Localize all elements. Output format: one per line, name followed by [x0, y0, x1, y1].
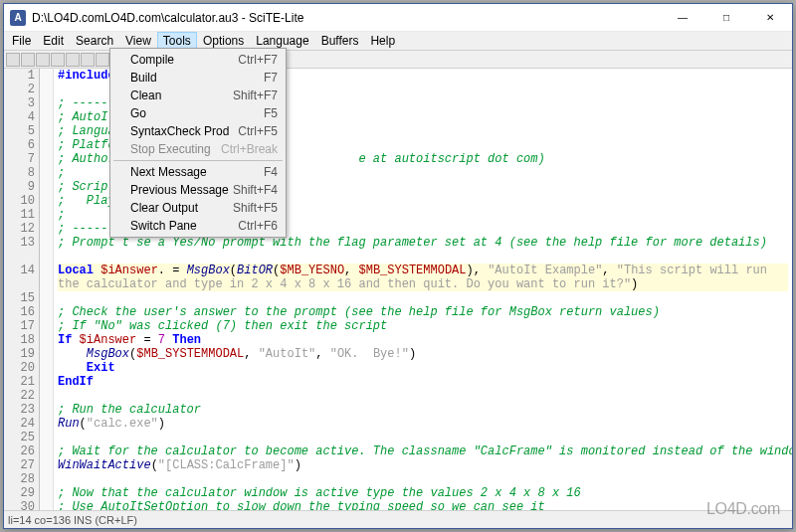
code-line[interactable]: ; Check the user's answer to the prompt …	[58, 305, 788, 319]
menu-item-clean[interactable]: CleanShift+F7	[112, 87, 284, 104]
line-number: 16	[4, 305, 35, 319]
menu-item-stop-executing: Stop ExecutingCtrl+Break	[112, 140, 284, 158]
toolbar-button[interactable]	[81, 53, 95, 67]
menu-separator	[113, 160, 283, 161]
titlebar: A D:\LO4D.comLO4D.com\calculator.au3 - S…	[4, 4, 792, 32]
menu-item-shortcut: Ctrl+F6	[238, 219, 278, 233]
line-number-continuation	[4, 277, 35, 291]
line-number: 6	[4, 138, 35, 152]
code-line[interactable]: ; Now that the calculator window is acti…	[58, 486, 788, 500]
menu-item-shortcut: Ctrl+F5	[238, 124, 278, 138]
code-line[interactable]: ; Prompt t se a Yes/No prompt with the f…	[58, 236, 788, 264]
toolbar-button[interactable]	[66, 53, 80, 67]
menu-item-label: Build	[130, 71, 264, 85]
status-text: li=14 co=136 INS (CR+LF)	[8, 514, 137, 526]
line-number: 8	[4, 166, 35, 180]
menu-item-build[interactable]: BuildF7	[112, 69, 284, 87]
line-number: 25	[4, 431, 35, 444]
menu-item-label: Switch Pane	[130, 219, 238, 233]
tools-menu-dropdown: CompileCtrl+F7BuildF7CleanShift+F7GoF5Sy…	[109, 48, 287, 238]
menu-item-compile[interactable]: CompileCtrl+F7	[112, 51, 284, 69]
watermark: LO4D.com	[706, 500, 780, 518]
menu-item-shortcut: Shift+F4	[233, 183, 278, 197]
line-number: 27	[4, 458, 35, 472]
line-number: 10	[4, 194, 35, 208]
toolbar-button[interactable]	[21, 53, 35, 67]
menu-item-buffers[interactable]: Buffers	[315, 32, 365, 50]
line-number: 23	[4, 403, 35, 417]
menu-item-shortcut: Shift+F7	[233, 89, 278, 102]
line-number: 21	[4, 375, 35, 389]
code-line[interactable]	[58, 389, 788, 403]
menu-item-shortcut: F4	[264, 165, 278, 179]
toolbar-button[interactable]	[36, 53, 50, 67]
menu-item-label: Previous Message	[130, 183, 233, 197]
close-button[interactable]: ✕	[748, 4, 792, 32]
line-number: 30	[4, 500, 35, 510]
line-number: 13	[4, 236, 35, 250]
menu-item-shortcut: F5	[264, 106, 278, 120]
menu-item-switch-pane[interactable]: Switch PaneCtrl+F6	[112, 217, 284, 235]
app-icon: A	[10, 10, 26, 26]
code-line[interactable]: WinWaitActive("[CLASS:CalcFrame]")	[58, 458, 788, 472]
line-number: 29	[4, 486, 35, 500]
line-number: 1	[4, 69, 35, 83]
code-line[interactable]: Local $iAnswer. = MsgBox(BitOR($MB_YESNO…	[58, 264, 788, 291]
toolbar-button[interactable]	[6, 53, 20, 67]
code-line[interactable]	[58, 431, 788, 444]
line-number: 22	[4, 389, 35, 403]
code-line[interactable]: MsgBox($MB_SYSTEMMODAL, "AutoIt", "OK. B…	[58, 347, 788, 361]
menu-item-label: SyntaxCheck Prod	[130, 124, 238, 138]
menu-item-label: Next Message	[130, 165, 264, 179]
line-number: 28	[4, 472, 35, 486]
code-line[interactable]: ; If "No" was clicked (7) then exit the …	[58, 319, 788, 333]
menu-item-label: Compile	[130, 53, 238, 67]
menu-item-file[interactable]: File	[6, 32, 37, 50]
code-line[interactable]: ; Wait for the calculator to become acti…	[58, 444, 788, 458]
line-number: 3	[4, 96, 35, 110]
toolbar-button[interactable]	[51, 53, 65, 67]
menu-item-next-message[interactable]: Next MessageF4	[112, 163, 284, 181]
line-number: 5	[4, 124, 35, 138]
line-number: 17	[4, 319, 35, 333]
fold-margin[interactable]	[40, 69, 54, 510]
menu-item-label: Go	[130, 106, 264, 120]
line-number: 24	[4, 417, 35, 431]
menu-item-go[interactable]: GoF5	[112, 104, 284, 122]
line-number-continuation	[4, 250, 35, 264]
code-line[interactable]: Run("calc.exe")	[58, 417, 788, 431]
menu-item-label: Stop Executing	[130, 142, 221, 156]
menu-item-help[interactable]: Help	[364, 32, 401, 50]
line-number: 2	[4, 83, 35, 96]
line-number-gutter: 1234567891011121314151617181920212223242…	[4, 69, 40, 510]
code-line[interactable]	[58, 472, 788, 486]
line-number: 26	[4, 444, 35, 458]
menu-item-previous-message[interactable]: Previous MessageShift+F4	[112, 181, 284, 199]
menu-item-clear-output[interactable]: Clear OutputShift+F5	[112, 199, 284, 217]
code-line[interactable]: If $iAnswer = 7 Then	[58, 333, 788, 347]
maximize-button[interactable]: □	[704, 4, 748, 32]
line-number: 20	[4, 361, 35, 375]
code-line[interactable]: Exit	[58, 361, 788, 375]
code-line[interactable]: ; Use AutoItSetOption to slow down the t…	[58, 500, 788, 510]
code-line[interactable]	[58, 291, 788, 305]
line-number: 18	[4, 333, 35, 347]
menu-item-shortcut: Ctrl+Break	[221, 142, 278, 156]
code-line[interactable]: EndIf	[58, 375, 788, 389]
line-number: 14	[4, 264, 35, 277]
window-controls: — □ ✕	[661, 4, 792, 32]
minimize-button[interactable]: —	[661, 4, 704, 32]
menu-item-syntaxcheck-prod[interactable]: SyntaxCheck ProdCtrl+F5	[112, 122, 284, 140]
line-number: 9	[4, 180, 35, 194]
window-title: D:\LO4D.comLO4D.com\calculator.au3 - Sci…	[32, 11, 661, 25]
line-number: 7	[4, 152, 35, 166]
menu-item-edit[interactable]: Edit	[37, 32, 70, 50]
line-number: 19	[4, 347, 35, 361]
menu-item-shortcut: Ctrl+F7	[238, 53, 278, 67]
code-line[interactable]: ; Run the calculator	[58, 403, 788, 417]
line-number: 15	[4, 291, 35, 305]
menu-item-shortcut: F7	[264, 71, 278, 85]
line-number: 11	[4, 208, 35, 222]
line-number: 12	[4, 222, 35, 236]
toolbar-button[interactable]	[96, 53, 109, 67]
